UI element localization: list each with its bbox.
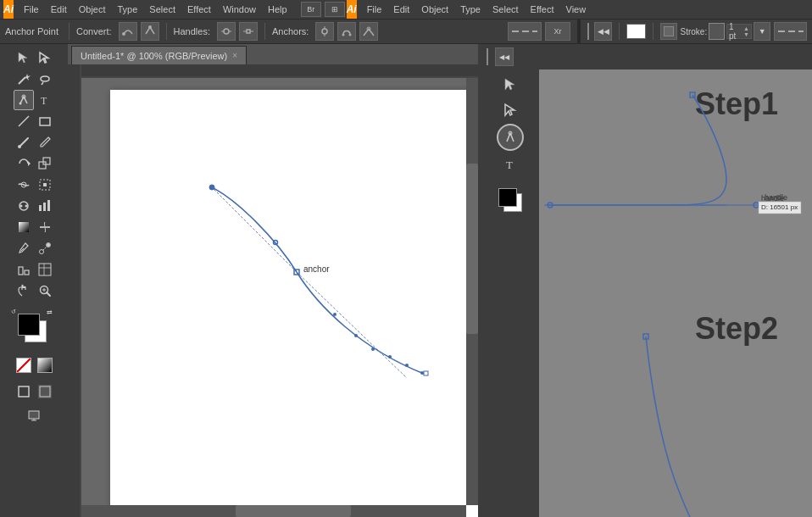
svg-rect-75 [424,371,428,375]
free-transform-tool[interactable] [35,175,55,195]
reset-colors-icon[interactable]: ↺ [11,309,19,317]
menu-object-right[interactable]: Object [416,3,453,16]
stroke-options-btn[interactable]: ▼ [754,22,771,41]
right-nav-back[interactable]: ◀◀ [495,47,514,66]
scale-tool[interactable] [35,153,55,174]
options-toolbar: Anchor Point Convert: Handles: Anchors: … [0,19,812,44]
menu-type-left[interactable]: Type [113,3,143,16]
mesh-tool[interactable] [35,217,55,237]
change-screen-icon[interactable] [24,404,44,425]
browser-icon[interactable]: Br [301,2,321,17]
rect-tool[interactable] [35,111,55,131]
gradient-tool[interactable] [14,217,34,237]
menu-window-left[interactable]: Window [218,3,261,16]
canvas-svg: anchor [110,90,478,517]
selection-tool[interactable] [14,47,34,68]
lasso-tool[interactable] [35,69,55,89]
tool-row-10 [14,238,55,258]
svg-point-71 [371,347,375,351]
document-tab[interactable]: Untitled-1* @ 100% (RGB/Preview) × [71,46,247,64]
anchor-btn-2[interactable] [337,22,356,41]
right-type-tool[interactable]: T [498,153,522,176]
menu-edit-right[interactable]: Edit [388,3,414,16]
tab-close-btn[interactable]: × [232,51,237,60]
direct-selection-tool[interactable] [35,47,55,68]
eyedropper-tool[interactable] [14,238,34,258]
menu-select-right[interactable]: Select [487,3,524,16]
convert-smooth-btn[interactable] [119,22,137,41]
fill-swatch[interactable] [626,24,646,39]
square-btn[interactable] [660,23,676,40]
horizontal-scrollbar[interactable] [81,505,466,517]
anchor-btn-3[interactable] [359,22,378,41]
opacity-btn[interactable]: Xr [545,22,570,41]
svg-line-66 [297,272,407,378]
menu-object-left[interactable]: Object [74,3,111,16]
ai-logo-left: Ai [3,0,14,19]
column-graph-tool[interactable] [14,259,34,280]
fullscreen-view-icon[interactable] [35,381,55,402]
pen-tool[interactable] [14,90,34,110]
menubar-left-section: Ai File Edit Object Type Select Effect W… [3,0,503,19]
vertical-scroll-thumb[interactable] [466,164,478,335]
normal-view-icon[interactable] [14,381,34,402]
menu-type-right[interactable]: Type [455,3,486,16]
convert-corner-btn[interactable] [141,22,159,41]
stroke-width-input[interactable]: 1 pt ▲ ▼ [726,24,752,39]
color-swatches: ↺ ⇄ [11,309,57,351]
rotate-tool[interactable] [14,153,34,174]
none-swatch[interactable] [14,355,34,375]
warp-tool[interactable] [14,175,34,195]
right-fg-swatch[interactable] [498,188,517,207]
pencil-tool[interactable] [35,132,55,153]
magic-wand-tool[interactable] [14,69,34,89]
menu-view-right[interactable]: View [561,3,592,16]
canvas-area[interactable]: anchor [68,64,478,517]
tool-row-1 [14,47,55,68]
gradient-swatch[interactable] [35,355,55,375]
menu-help-left[interactable]: Help [263,3,292,16]
menu-effect-left[interactable]: Effect [182,3,216,16]
right-selection-tool[interactable] [498,73,522,97]
right-direct-select-tool[interactable] [498,98,522,122]
handle-btn-1[interactable] [217,22,236,41]
svg-point-8 [322,29,327,34]
right-tools-panel: T [481,69,539,517]
panel-separator [577,19,581,44]
horizontal-scroll-thumb[interactable] [236,505,351,517]
nav-back-btn[interactable]: ◀◀ [594,22,612,41]
right-sep-1 [619,23,620,40]
arrange-icon[interactable]: ⊞ [325,2,345,17]
graph-tool[interactable] [35,196,55,216]
paintbrush-tool[interactable] [14,132,34,153]
menu-select-left[interactable]: Select [144,3,181,16]
right-panel: ◀◀ T [481,44,812,517]
anchor-point-label: Anchor Point [5,26,58,36]
slice-tool[interactable] [35,259,55,280]
tab-title: Untitled-1* @ 100% (RGB/Preview) [81,51,227,61]
symbol-tool[interactable] [14,196,34,216]
blend-tool[interactable] [35,238,55,258]
menubar-left: Ai File Edit Object Type Select Effect W… [0,0,812,19]
menu-file-right[interactable]: File [362,3,387,16]
anchor-btn-1[interactable] [315,22,334,41]
stroke-dash-btn[interactable] [508,22,542,41]
zoom-tool[interactable] [35,281,55,301]
handle-btn-2[interactable] [239,22,258,41]
svg-point-11 [342,34,345,36]
menu-edit-left[interactable]: Edit [46,3,72,16]
right-pen-tool[interactable] [497,124,524,151]
type-tool[interactable]: T [35,90,55,110]
swap-colors-icon[interactable]: ⇄ [47,309,55,317]
stroke-color-swatch[interactable] [709,23,725,40]
line-tool[interactable] [14,111,34,131]
hand-tool[interactable] [14,281,34,301]
menu-effect-right[interactable]: Effect [526,3,559,16]
right-dash-btn[interactable] [774,22,807,41]
menu-file-left[interactable]: File [19,3,44,16]
svg-point-2 [224,29,229,34]
svg-point-67 [209,185,214,190]
vertical-scrollbar[interactable] [466,78,478,505]
foreground-color-swatch[interactable] [18,314,40,336]
right-toolbar-left-handle [587,23,589,40]
